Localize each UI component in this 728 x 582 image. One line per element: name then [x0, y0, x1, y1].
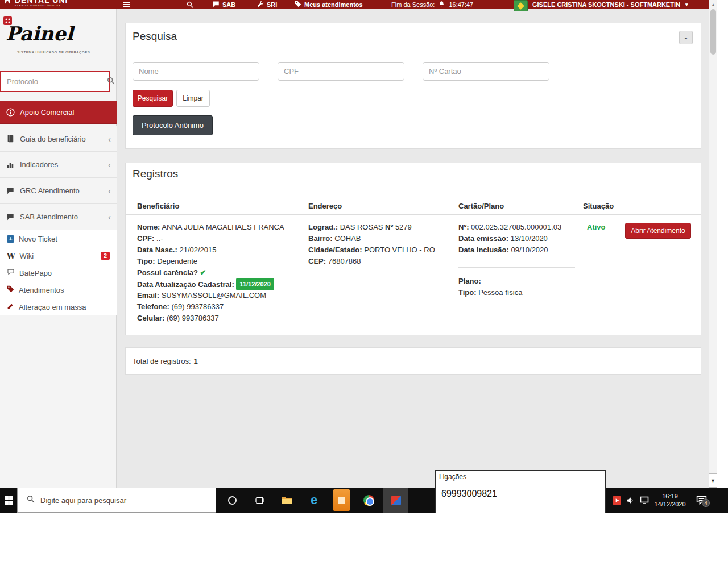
submenu-item-wiki[interactable]: W Wiki 2 — [0, 247, 117, 264]
total-records-label: Total de registros: — [133, 357, 191, 365]
notification-count-badge: 4 — [702, 499, 710, 507]
records-table-header: Beneficiário Endereço Cartão/Plano Situa… — [126, 198, 701, 215]
screen: DENTAL UNI PLANOS ODONTOLÓGICOS SAB SRI … — [0, 0, 728, 582]
book-icon — [6, 135, 15, 143]
ligacoes-phone-number: 69993009821 — [441, 489, 497, 499]
brand-logo[interactable]: DENTAL UNI PLANOS ODONTOLÓGICOS — [2, 0, 68, 7]
sidebar-item-apoio-comercial[interactable]: Apoio Comercial — [0, 101, 117, 124]
field-value: DAS ROSAS — [340, 223, 383, 231]
scrollbar-thumb[interactable] — [710, 9, 716, 55]
taskbar-clock[interactable]: 16:19 14/12/2020 — [652, 488, 688, 513]
submenu-item-label: Wiki — [20, 252, 34, 260]
field-label: Celular: — [137, 314, 164, 322]
network-icon[interactable] — [637, 488, 652, 513]
user-menu[interactable]: GISELE CRISTINA SKOCTNSKI - SOFTMARKETIN… — [532, 0, 688, 9]
status-badge: Ativo — [583, 223, 606, 231]
edge-browser-icon[interactable]: e — [301, 488, 326, 513]
pencil-icon — [7, 302, 14, 311]
user-avatar[interactable] — [514, 0, 528, 11]
submenu-item-novo-ticket[interactable]: + Novo Ticket — [0, 230, 117, 247]
sidebar-item-grc-atendimento[interactable]: GRC Atendimento ‹ — [0, 178, 117, 204]
field-label: Data inclusão: — [458, 246, 509, 254]
submenu-item-label: Alteração em massa — [19, 303, 86, 311]
session-time: 16:47:47 — [449, 1, 473, 8]
collapse-button[interactable]: - — [679, 31, 693, 44]
topbar-sab-link[interactable]: SAB — [212, 0, 235, 9]
chevron-left-icon: ‹ — [108, 160, 111, 169]
abrir-atendimento-button[interactable]: Abrir Atendimento — [625, 223, 691, 239]
wrench-icon — [257, 1, 264, 9]
submenu-item-alteracao-em-massa[interactable]: Alteração em massa — [0, 298, 117, 315]
topbar-sri-link[interactable]: SRI — [257, 0, 277, 9]
protocol-search — [0, 71, 110, 92]
cortana-icon[interactable] — [220, 488, 245, 513]
clock-time: 16:19 — [662, 492, 678, 500]
field-value: 002.025.327085.000001.03 — [471, 223, 561, 231]
scrollbar-down-arrow[interactable]: ▼ — [709, 473, 717, 488]
records-card-title: Registros — [133, 168, 178, 180]
cpf-input[interactable] — [278, 62, 404, 81]
chevron-left-icon: ‹ — [108, 212, 111, 222]
topbar: DENTAL UNI PLANOS ODONTOLÓGICOS SAB SRI … — [0, 0, 709, 9]
tray-recorder-icon[interactable] — [610, 488, 623, 513]
divider — [458, 267, 575, 268]
volume-icon[interactable] — [623, 488, 637, 513]
sidebar-item-indicadores[interactable]: Indicadores ‹ — [0, 152, 117, 178]
field-label: Nome: — [137, 223, 160, 231]
search-icon[interactable] — [187, 0, 193, 9]
vertical-scrollbar[interactable]: ▲ ▼ — [709, 0, 717, 488]
field-value: 09/10/2020 — [511, 246, 548, 254]
field-label: Tipo: — [137, 257, 155, 265]
sidebar-item-label: SAB Atendimento — [20, 213, 78, 221]
nome-input[interactable] — [133, 62, 259, 81]
painel-subtitle: SISTEMA UNIFICADO DE OPERAÇÕES — [17, 51, 90, 54]
field-label: CEP: — [308, 257, 326, 265]
check-icon: ✔ — [200, 268, 206, 277]
sidebar-item-sab-atendimento[interactable]: SAB Atendimento ‹ — [0, 204, 117, 230]
field-label: Lograd.: — [308, 223, 338, 231]
submenu-item-batepapo[interactable]: BatePapo — [0, 264, 117, 281]
record-endereco-cell: Lograd.: DAS ROSAS Nº 5279 Bairro: COHAB… — [308, 222, 435, 267]
sidebar-item-guia-beneficiario[interactable]: Guia do beneficiário ‹ — [0, 126, 117, 152]
field-label: Nº — [385, 223, 393, 231]
topbar-meus-atendimentos-link[interactable]: Meus atendimentos — [295, 0, 363, 9]
chrome-browser-icon[interactable] — [356, 488, 381, 513]
chat-icon — [212, 1, 220, 9]
limpar-button[interactable]: Limpar — [176, 90, 210, 107]
task-view-icon[interactable] — [247, 488, 272, 513]
tags-icon — [7, 285, 14, 294]
field-label: Cidade/Estado: — [308, 246, 362, 254]
total-records-card: Total de registros: 1 — [125, 347, 701, 375]
windows-start-button[interactable] — [0, 488, 17, 513]
search-icon[interactable] — [107, 77, 115, 87]
taskbar-search-input[interactable] — [40, 496, 183, 505]
sidebar-item-label: Apoio Comercial — [20, 108, 74, 117]
meus-atendimentos-label: Meus atendimentos — [304, 1, 363, 8]
submenu-item-atendimentos[interactable]: Atendimentos — [0, 281, 117, 298]
search-card-title: Pesquisa — [133, 30, 177, 43]
orange-app-icon[interactable] — [329, 488, 354, 513]
brand-tagline: PLANOS ODONTOLÓGICOS — [15, 5, 68, 7]
protocol-input[interactable] — [7, 77, 107, 86]
active-app-icon[interactable] — [383, 488, 408, 513]
field-value: 76807868 — [328, 257, 361, 265]
field-label: Bairro: — [308, 234, 333, 243]
total-records-value: 1 — [194, 357, 198, 365]
numero-cartao-input[interactable] — [423, 62, 549, 81]
column-header: Cartão/Plano — [458, 202, 504, 210]
field-value: 21/02/2015 — [179, 246, 216, 254]
field-value: (69) 993786337 — [167, 314, 219, 322]
field-value: Pessoa física — [478, 288, 522, 297]
submenu-item-label: Novo Ticket — [19, 235, 57, 243]
update-date-badge: 11/12/2020 — [236, 278, 274, 290]
hamburger-menu-icon[interactable] — [123, 0, 130, 9]
taskbar-search-box[interactable] — [17, 488, 216, 513]
scrollbar-up-arrow[interactable]: ▲ — [709, 0, 717, 9]
brand-name: DENTAL UNI — [15, 0, 68, 4]
file-explorer-icon[interactable] — [274, 488, 299, 513]
user-name: GISELE CRISTINA SKOCTNSKI - SOFTMARKETIN — [532, 1, 680, 8]
wiki-count-badge: 2 — [101, 252, 110, 260]
info-icon — [6, 108, 15, 117]
pesquisar-button[interactable]: Pesquisar — [133, 90, 173, 107]
protocolo-anonimo-button[interactable]: Protocolo Anônimo — [133, 115, 213, 135]
